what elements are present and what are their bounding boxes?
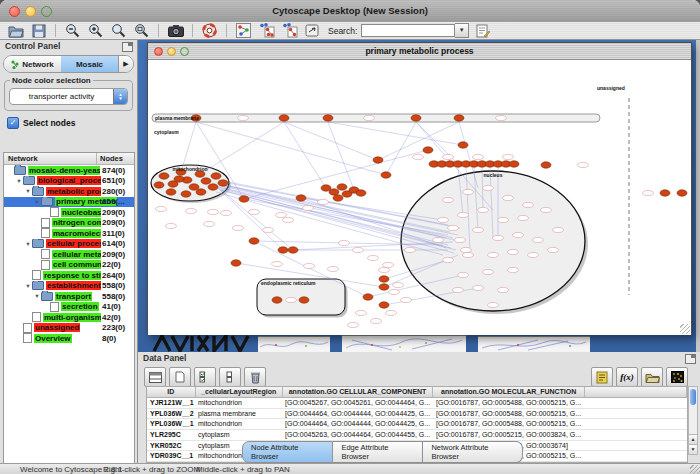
export-image-button[interactable]	[166, 23, 185, 39]
network-node[interactable]	[181, 191, 191, 197]
table-cell[interactable]: [GO:0016787, GO:0005215, GO:0003824, G..…	[433, 430, 585, 440]
network-node[interactable]	[541, 162, 551, 168]
table-cell[interactable]: cytoplasm	[195, 430, 282, 440]
tab-mosaic[interactable]: Mosaic	[61, 56, 118, 72]
select-nodes-checkbox[interactable]: ✓	[7, 117, 19, 129]
float-panel-icon[interactable]	[122, 42, 133, 52]
network-node[interactable]	[239, 196, 249, 202]
float-panel-icon[interactable]	[685, 354, 696, 364]
matrix-view-button[interactable]	[666, 367, 688, 387]
more-tabs-button[interactable]: ▶	[118, 56, 133, 72]
background-window-fragment[interactable]	[478, 336, 590, 353]
network-node[interactable]	[249, 238, 259, 244]
tree-row[interactable]: unassigned223(0)	[4, 323, 134, 334]
network-node[interactable]	[189, 184, 199, 190]
table-row[interactable]: YLR295Ccytoplasm[GO:0045263, GO:0044464,…	[147, 430, 687, 441]
table-cell[interactable]: [GO:0016787, GO:0005488, GO:0005215, G..…	[433, 398, 585, 408]
network-node[interactable]	[154, 182, 164, 188]
network-node[interactable]	[373, 157, 383, 163]
table-cell[interactable]: [GO:0044464, GO:0044444, GO:0044425, G..…	[282, 409, 433, 419]
table-cell[interactable]: [GO:0044464, GO:0044444, GO:0044425, G..…	[282, 419, 433, 429]
search-input[interactable]	[361, 24, 455, 37]
tree-row[interactable]: cellular metabo209(0)	[4, 249, 134, 260]
network-node[interactable]	[323, 115, 333, 121]
tree-column-network[interactable]: Network	[4, 153, 96, 164]
network-node[interactable]	[288, 247, 298, 253]
network-node[interactable]	[279, 115, 289, 121]
inner-close-button[interactable]	[154, 47, 163, 56]
tree-column-nodes[interactable]: Nodes	[96, 153, 134, 164]
table-cell[interactable]: [GO:0016787, GO:0005488, GO:0005215, G..…	[433, 409, 585, 419]
background-window-fragment[interactable]	[258, 336, 330, 353]
tree-row[interactable]: nitrogen compo209(0)	[4, 218, 134, 229]
table-cell[interactable]: plasma membrane	[195, 409, 282, 419]
network-node[interactable]	[458, 142, 468, 148]
unselect-attributes-button[interactable]	[219, 367, 241, 387]
network-node[interactable]	[356, 190, 366, 196]
network-node[interactable]	[660, 190, 670, 196]
network-node[interactable]	[196, 189, 206, 195]
tree-row[interactable]: ▼metabolic process280(0)	[4, 186, 134, 197]
scrollbar-thumb[interactable]	[690, 389, 696, 405]
network-view-window[interactable]: primary metabolic process plasma membran…	[147, 42, 692, 335]
network-node[interactable]	[677, 190, 687, 196]
table-row[interactable]: YPL036W__2plasma membrane[GO:0044464, GO…	[147, 409, 687, 420]
import-attributes-button[interactable]	[641, 367, 663, 387]
tree-row[interactable]: ▼biological_process651(0)	[4, 176, 134, 187]
new-network-selected-nodes-all-edges-button[interactable]	[257, 23, 276, 39]
formula-builder-button[interactable]: f(x)	[616, 367, 638, 387]
network-node[interactable]	[299, 297, 309, 303]
open-session-button[interactable]	[6, 23, 25, 39]
network-node[interactable]	[379, 302, 389, 308]
column-header[interactable]: annotation.GO CELLULAR_COMPONENT	[283, 387, 434, 397]
select-attributes-button[interactable]	[194, 367, 216, 387]
table-cell[interactable]: [GO:0016787, GO:0005488, GO:0005215, G..…	[433, 419, 585, 429]
minimize-button[interactable]	[25, 6, 36, 17]
network-node[interactable]	[329, 189, 339, 195]
column-header[interactable]: ID	[147, 387, 196, 397]
table-cell[interactable]: [GO:0045267, GO:0045261, GO:0044464, G..…	[282, 398, 433, 408]
column-header[interactable]: _cellularLayoutRegion	[196, 387, 283, 397]
expand-arrow-icon[interactable]: ▼	[24, 188, 32, 194]
network-node[interactable]	[201, 178, 211, 184]
table-scrollbar[interactable]: ▲ ▼	[688, 386, 698, 455]
expand-arrow-icon[interactable]: ▼	[24, 241, 32, 247]
network-node[interactable]	[423, 147, 433, 153]
network-node[interactable]	[337, 184, 347, 190]
network-node[interactable]	[218, 180, 228, 186]
network-node[interactable]	[231, 260, 241, 266]
tab-node-attribute-browser[interactable]: Node Attribute Browser	[242, 441, 333, 463]
expand-arrow-icon[interactable]: ▼	[33, 293, 41, 299]
zoom-selected-button[interactable]	[109, 23, 128, 39]
table-row[interactable]: YJR121W__1mitochondrion[GO:0045267, GO:0…	[147, 398, 687, 409]
tab-edge-attribute-browser[interactable]: Edge Attribute Browser	[333, 441, 423, 463]
network-node[interactable]	[363, 294, 373, 300]
tree-row[interactable]: secretion41(0)	[4, 302, 134, 313]
network-view-button[interactable]	[234, 23, 253, 39]
network-node[interactable]	[381, 172, 391, 178]
tree-row[interactable]: cell communicat22(0)	[4, 260, 134, 271]
close-button[interactable]	[9, 6, 20, 17]
table-cell[interactable]: YPL036W__1	[147, 419, 195, 429]
network-node[interactable]	[379, 276, 389, 282]
tree-row[interactable]: ▼transport558(0)	[4, 291, 134, 302]
network-node[interactable]	[509, 161, 519, 167]
zoom-in-button[interactable]	[86, 23, 105, 39]
tree-row[interactable]: macromolecule311(0)	[4, 228, 134, 239]
network-node[interactable]	[411, 115, 421, 121]
column-header[interactable]: annotation.GO MOLECULAR_FUNCTION	[433, 387, 585, 397]
node-color-dropdown[interactable]: transporter activity ▲▼	[9, 88, 128, 105]
network-node[interactable]	[278, 247, 288, 253]
table-cell[interactable]: [GO:0045263, GO:0044464, GO:0044455, G..…	[282, 430, 433, 440]
zoom-fit-button[interactable]	[132, 23, 151, 39]
annotation-button[interactable]	[303, 23, 322, 39]
tab-network-attribute-browser[interactable]: Network Attribute Browser	[423, 441, 523, 463]
search-dropdown-arrow[interactable]: ▼	[455, 23, 469, 38]
inner-window-resize-grip[interactable]	[680, 324, 690, 334]
tree-row[interactable]: ▼primary metabo209(...	[4, 197, 134, 208]
expand-arrow-icon[interactable]: ▼	[15, 178, 23, 184]
expand-arrow-icon[interactable]: ▼	[24, 283, 32, 289]
new-attribute-button[interactable]	[169, 367, 191, 387]
scroll-up-button[interactable]: ▲	[689, 434, 697, 444]
search-configure-button[interactable]	[473, 23, 492, 39]
